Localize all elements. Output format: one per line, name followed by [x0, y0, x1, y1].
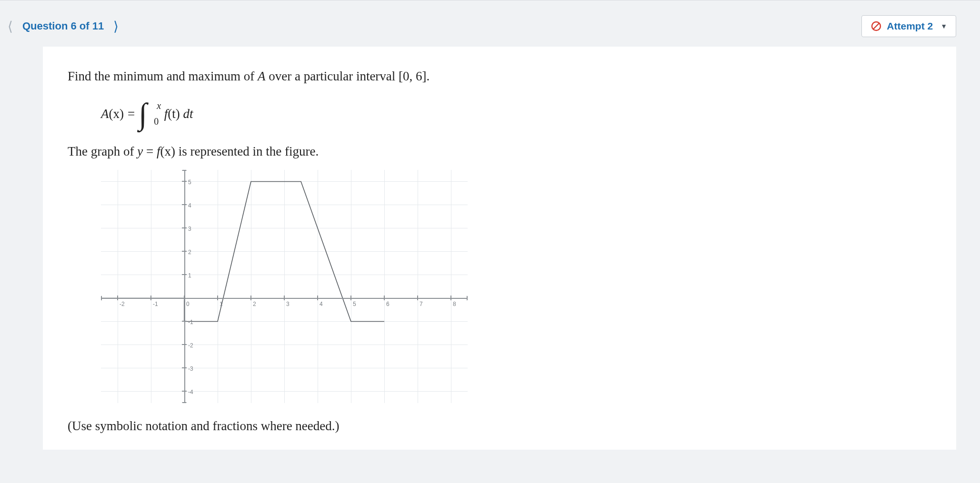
problem-statement: Find the minimum and maximum of A over a… [68, 67, 931, 86]
question-body: Find the minimum and maximum of A over a… [43, 47, 956, 450]
attempt-label: Attempt 2 [887, 20, 933, 32]
next-question-button[interactable]: ⟩ [110, 19, 121, 34]
answer-instruction: (Use symbolic notation and fractions whe… [68, 416, 931, 436]
question-number-label: Question 6 of 11 [22, 20, 104, 32]
svg-line-1 [873, 23, 879, 29]
formula-definition: A(x) = ∫ x 0 f(t) dt [101, 100, 931, 128]
forbidden-icon [870, 20, 882, 32]
function-graph: -2-1012345678-4-3-2-112345 [101, 170, 468, 403]
question-header: ⟨ Question 6 of 11 ⟩ Attempt 2 ▼ [0, 6, 980, 47]
chevron-down-icon: ▼ [940, 22, 947, 30]
prev-question-button[interactable]: ⟨ [5, 19, 16, 34]
attempt-dropdown[interactable]: Attempt 2 ▼ [861, 15, 956, 37]
graph-intro: The graph of y = f(x) is represented in … [68, 142, 931, 161]
integral-icon: ∫ [139, 100, 147, 128]
